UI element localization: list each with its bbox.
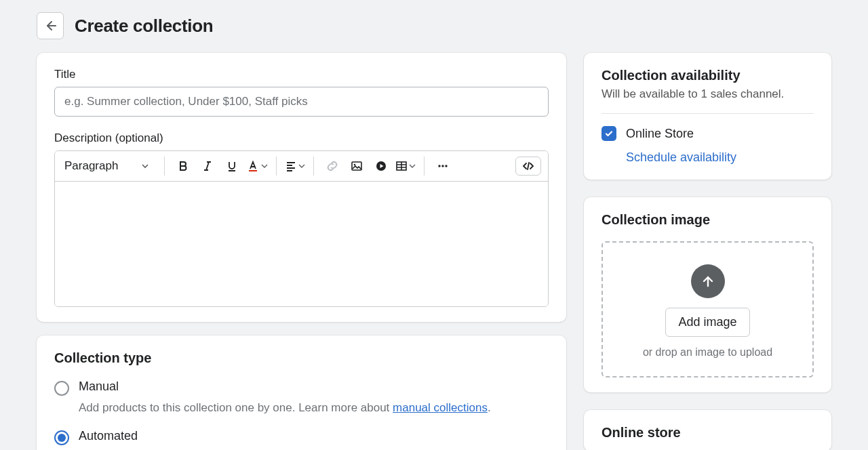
table-button[interactable] [395,160,416,172]
code-view-button[interactable] [515,157,541,176]
collection-image-heading: Collection image [601,212,814,228]
channel-online-store[interactable]: Online Store [601,126,814,141]
image-icon [351,160,363,172]
description-label: Description (optional) [54,131,549,145]
collection-type-card: Collection type Manual Add products to t… [37,335,566,450]
text-color-icon [246,159,260,173]
dropzone-hint: or drop an image to upload [643,346,772,359]
title-label: Title [54,68,549,81]
text-color-button[interactable] [246,159,268,173]
rich-text-editor: Paragraph [54,150,549,307]
svg-rect-1 [352,162,361,170]
checkbox-checked-icon [601,126,616,141]
format-select-label: Paragraph [64,159,118,173]
image-button[interactable] [347,156,367,176]
page-title: Create collection [75,16,213,37]
arrow-left-icon [43,19,57,33]
svg-rect-0 [249,170,257,171]
upload-arrow-icon [691,264,725,298]
back-button[interactable] [37,12,64,39]
radio-automated[interactable]: Automated [54,429,549,445]
radio-icon [54,430,69,445]
underline-button[interactable] [222,156,242,176]
radio-automated-label: Automated [79,429,138,443]
caret-down-icon [409,163,416,169]
title-field: Title [54,68,549,117]
description-input[interactable] [55,182,548,306]
link-button[interactable] [322,156,342,176]
align-button[interactable] [285,160,305,172]
radio-icon [54,381,69,396]
toolbar-separator [313,157,314,176]
toolbar-separator [424,157,425,176]
manual-collections-link[interactable]: manual collections [393,401,488,414]
details-card: Title Description (optional) Paragraph [37,53,566,322]
radio-manual-label: Manual [79,380,119,394]
italic-icon [201,160,214,172]
dots-horizontal-icon [436,159,450,173]
add-image-button[interactable]: Add image [665,308,749,337]
format-select[interactable]: Paragraph [62,155,156,177]
availability-card: Collection availability Will be availabl… [584,53,831,180]
more-button[interactable] [433,156,453,176]
italic-button[interactable] [197,156,218,176]
radio-manual[interactable]: Manual [54,380,549,396]
title-input[interactable] [54,87,549,117]
code-icon [521,160,535,172]
rte-toolbar: Paragraph [55,151,548,182]
video-button[interactable] [371,156,391,176]
play-circle-icon [375,160,387,172]
collection-image-card: Collection image Add image or drop an im… [584,197,831,392]
page-header: Create collection [37,12,831,39]
toolbar-separator [276,157,277,176]
online-store-card: Online store [584,410,831,450]
collection-type-heading: Collection type [54,350,549,366]
caret-down-icon [261,163,268,169]
channel-label: Online Store [626,127,694,141]
svg-point-5 [439,165,441,167]
svg-point-7 [446,165,448,167]
description-field: Description (optional) Paragraph [54,131,549,307]
link-icon [326,160,338,172]
svg-point-6 [442,165,444,167]
image-dropzone[interactable]: Add image or drop an image to upload [601,241,814,377]
underline-icon [226,160,238,172]
availability-sub: Will be available to 1 sales channel. [601,87,814,101]
svg-point-2 [354,164,356,166]
radio-manual-desc: Add products to this collection one by o… [79,400,549,417]
toolbar-separator [164,157,165,176]
bold-button[interactable] [173,156,193,176]
bold-icon [177,160,189,172]
table-icon [395,160,408,172]
caret-down-icon [141,162,149,170]
caret-down-icon [298,163,305,169]
schedule-availability-link[interactable]: Schedule availability [626,150,736,165]
divider [601,113,814,114]
online-store-heading: Online store [601,425,814,441]
availability-heading: Collection availability [601,68,814,83]
align-left-icon [285,160,297,172]
